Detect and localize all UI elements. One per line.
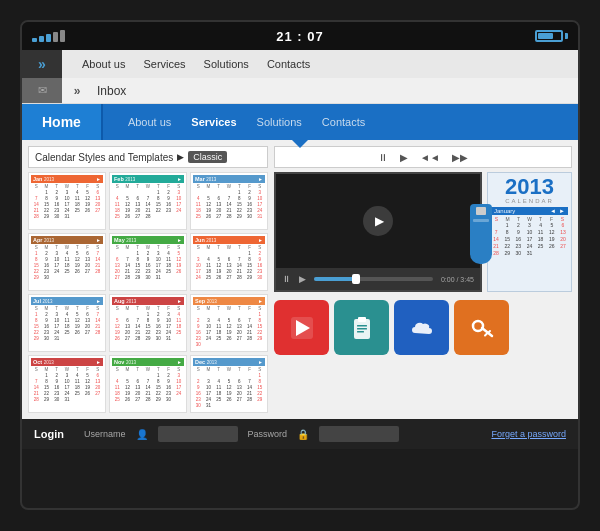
tile-forward[interactable] xyxy=(274,300,329,355)
play-icon-small[interactable]: ▶ xyxy=(177,152,184,162)
home-tab[interactable]: Home xyxy=(22,104,103,140)
cloud-icon xyxy=(408,314,436,342)
user-icon: 👤 xyxy=(136,429,148,440)
svg-rect-4 xyxy=(357,325,367,327)
battery-tip xyxy=(565,33,568,39)
main-content: Calendar Styles and Templates ▶ Classic … xyxy=(22,140,578,419)
forward-icon xyxy=(288,314,316,342)
status-bar: 21 : 07 xyxy=(22,22,578,50)
battery-indicator xyxy=(535,30,568,42)
cal-month-header: Mar 2013► xyxy=(193,175,265,183)
inbox-arrow-icon: » xyxy=(74,84,81,98)
cal-month-august: Aug 2013►SMTWTFS123456789101112131415161… xyxy=(109,294,187,352)
signal-bars xyxy=(32,30,65,42)
cal-2013-prev[interactable]: ◄ xyxy=(550,208,556,214)
usb-stick xyxy=(470,204,492,264)
cal-month-february: Feb 2013►SMTWTFS123456789101112131415161… xyxy=(109,172,187,230)
bluenav-contacts[interactable]: Contacts xyxy=(322,116,365,128)
cal-month-header: Jul 2013► xyxy=(31,297,103,305)
cal-month-header: Aug 2013► xyxy=(112,297,184,305)
cal-2013-month-name: January xyxy=(494,208,515,214)
ctrl-play[interactable]: ▶ xyxy=(299,274,306,284)
cal-month-november: Nov 2013►SMTWTFS123456789101112131415161… xyxy=(109,355,187,413)
right-section: ⏸ ▶ ◄◄ ▶▶ ⏸ ▶ xyxy=(274,146,572,413)
svg-rect-6 xyxy=(357,331,364,333)
tile-clipboard[interactable] xyxy=(334,300,389,355)
bluenav-solutions[interactable]: Solutions xyxy=(257,116,302,128)
cal-month-january: Jan 2013►SMTWTFS123456789101112131415161… xyxy=(28,172,106,230)
username-label: Username xyxy=(84,429,126,439)
transport-rewind[interactable]: ◄◄ xyxy=(420,152,440,163)
inbox-label: Inbox xyxy=(92,84,126,98)
nav1-about[interactable]: About us xyxy=(82,58,125,70)
home-label: Home xyxy=(42,114,81,130)
tile-key[interactable] xyxy=(454,300,509,355)
nav-links-1: About us Services Solutions Contacts xyxy=(62,58,310,70)
password-input[interactable] xyxy=(319,426,399,442)
username-input[interactable] xyxy=(158,426,238,442)
svg-rect-5 xyxy=(357,328,367,330)
bluenav-about[interactable]: About us xyxy=(128,116,171,128)
login-bar: Login Username 👤 Password 🔒 Forget a pas… xyxy=(22,419,578,449)
icon-tiles xyxy=(274,300,572,355)
nav-bar-1: » About us Services Solutions Contacts xyxy=(22,50,578,78)
time-label: 0:00 / 3:45 xyxy=(441,276,474,283)
cal-month-header: Jun 2013► xyxy=(193,236,265,244)
inbox-arrows: » xyxy=(62,84,92,98)
calendar-header-text: Calendar Styles and Templates xyxy=(35,152,173,163)
password-label: Password xyxy=(248,429,288,439)
nav1-solutions[interactable]: Solutions xyxy=(204,58,249,70)
nav-bar-blue: Home About us Services Solutions Contact… xyxy=(22,104,578,140)
cal-2013: 2013 CALENDAR January ◄ ► SMTWTFS 123456… xyxy=(487,172,572,292)
tile-cloud[interactable] xyxy=(394,300,449,355)
battery-body xyxy=(535,30,563,42)
transport-pause[interactable]: ⏸ xyxy=(378,152,388,163)
lock-icon: 🔒 xyxy=(297,429,309,440)
nav-arrows-area: » xyxy=(22,50,62,78)
cal-2013-label: CALENDAR xyxy=(491,198,568,204)
progress-fill xyxy=(314,277,356,281)
media-and-cal: ⏸ ▶ 0:00 / 3:45 2013 CALENDAR January xyxy=(274,172,572,292)
battery-fill xyxy=(538,33,553,39)
cal-2013-month-label: January ◄ ► xyxy=(491,207,568,215)
clipboard-icon xyxy=(348,314,376,342)
key-icon xyxy=(468,314,496,342)
nav1-contacts[interactable]: Contacts xyxy=(267,58,310,70)
cal-2013-grid: 1234567891011121314151617181920212223242… xyxy=(491,222,568,256)
video-player: ⏸ ▶ 0:00 / 3:45 xyxy=(274,172,482,292)
nav-pointer xyxy=(292,140,308,148)
cal-2013-next[interactable]: ► xyxy=(559,208,565,214)
envelope-icon: ✉ xyxy=(38,84,47,97)
bluenav-services[interactable]: Services xyxy=(191,116,236,128)
cal-month-july: Jul 2013►SMTWTFS123456789101112131415161… xyxy=(28,294,106,352)
cal-month-march: Mar 2013►SMTWTFS123456789101112131415161… xyxy=(190,172,268,230)
svg-point-7 xyxy=(473,321,483,331)
usb-detail xyxy=(473,219,489,222)
video-play-button[interactable] xyxy=(363,206,393,236)
cal-month-december: Dec 2013►SMTWTFS123456789101112131415161… xyxy=(190,355,268,413)
svg-rect-3 xyxy=(358,317,366,322)
nav1-services[interactable]: Services xyxy=(143,58,185,70)
cal-month-header: Feb 2013► xyxy=(112,175,184,183)
inbox-bar: ✉ » Inbox xyxy=(22,78,578,104)
transport-play[interactable]: ▶ xyxy=(400,152,408,163)
progress-bar[interactable] xyxy=(314,277,433,281)
cal-month-april: Apr 2013►SMTWTFS123456789101112131415161… xyxy=(28,233,106,291)
classic-badge: Classic xyxy=(188,151,227,163)
cal-2013-year: 2013 xyxy=(491,176,568,198)
progress-thumb xyxy=(352,274,360,284)
calendar-grid: Jan 2013►SMTWTFS123456789101112131415161… xyxy=(28,172,268,413)
cal-month-may: May 2013►SMTWTFS123456789101112131415161… xyxy=(109,233,187,291)
usb-connector xyxy=(476,207,486,215)
cal-month-header: Apr 2013► xyxy=(31,236,103,244)
cal-month-september: Sep 2013►SMTWTFS123456789101112131415161… xyxy=(190,294,268,352)
forgot-password-link[interactable]: Forget a password xyxy=(491,429,566,439)
transport-forward[interactable]: ▶▶ xyxy=(452,152,468,163)
double-arrow-icon: » xyxy=(38,56,46,72)
ctrl-pause[interactable]: ⏸ xyxy=(282,274,291,284)
video-screen xyxy=(276,174,480,268)
svg-line-9 xyxy=(488,331,490,333)
cal-month-header: Sep 2013► xyxy=(193,297,265,305)
time-display: 21 : 07 xyxy=(276,29,323,44)
svg-line-10 xyxy=(485,333,487,335)
